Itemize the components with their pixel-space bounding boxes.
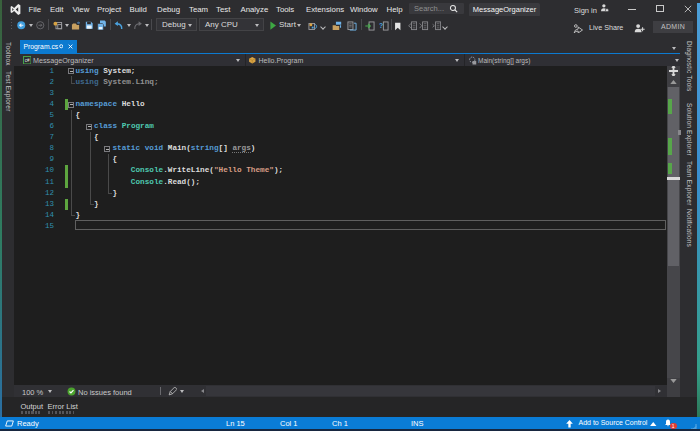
svg-text:?: ? (379, 22, 383, 29)
svg-text:c#: c# (24, 58, 29, 63)
